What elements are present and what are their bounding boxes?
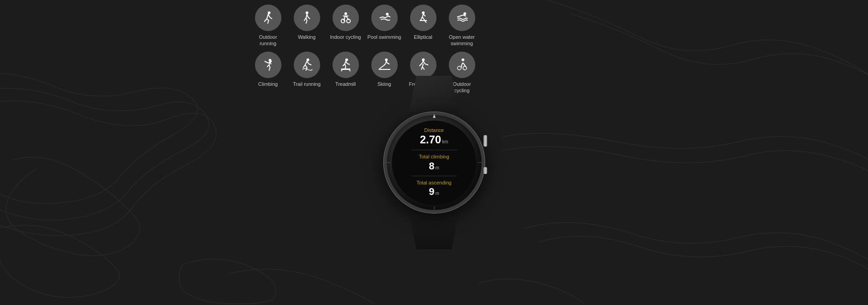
indoor-cycling-icon: [333, 5, 359, 31]
outdoor-cycling-icon: [449, 52, 475, 78]
activity-outdoor-running: Outdoor running: [251, 5, 285, 47]
activity-elliptical: Elliptical: [406, 5, 440, 40]
svg-line-15: [341, 70, 342, 71]
svg-point-4: [341, 19, 345, 23]
activity-pool-swimming: Pool swimming: [367, 5, 401, 40]
pool-swimming-label: Pool swimming: [368, 34, 401, 40]
watch-band-bottom: [409, 213, 459, 249]
climbing-label: Climbing: [258, 81, 278, 87]
open-water-swimming-label: Open water swimming: [445, 34, 479, 47]
svg-point-10: [463, 12, 466, 15]
activity-trail-running: Trail running: [290, 52, 324, 87]
elliptical-label: Elliptical: [414, 34, 432, 40]
svg-point-19: [462, 58, 464, 61]
treadmill-icon: [333, 52, 359, 78]
activity-treadmill: Treadmill: [328, 52, 363, 87]
svg-line-16: [349, 70, 350, 71]
elliptical-icon: [410, 5, 437, 31]
watch-band-top: [409, 76, 459, 112]
svg-point-21: [463, 66, 467, 70]
indoor-cycling-label: Indoor cycling: [330, 34, 361, 40]
activities-row-1: Outdoor running Walking: [251, 5, 479, 47]
pool-swimming-icon: [371, 5, 398, 31]
main-content: Outdoor running Walking: [0, 0, 868, 305]
trail-running-label: Trail running: [293, 81, 321, 87]
activity-open-water-swimming: Open water swimming: [445, 5, 479, 47]
svg-marker-26: [433, 114, 436, 118]
outdoor-running-icon: [255, 5, 281, 31]
watch-body: Distance 2.70 km Total climbing 8 m: [384, 112, 484, 213]
climbing-icon: [255, 52, 281, 78]
walking-label: Walking: [298, 34, 316, 40]
outdoor-running-label: Outdoor running: [251, 34, 285, 47]
svg-point-7: [386, 13, 389, 16]
svg-point-3: [344, 12, 347, 15]
activity-climbing: Climbing: [251, 52, 285, 87]
activity-walking: Walking: [290, 5, 324, 40]
open-water-swimming-icon: [449, 5, 475, 31]
walking-icon: [294, 5, 320, 31]
trail-running-icon: [294, 52, 320, 78]
activity-indoor-cycling: Indoor cycling: [328, 5, 363, 40]
svg-point-20: [457, 66, 461, 70]
svg-rect-14: [341, 68, 350, 70]
watch-container: Distance 2.70 km Total climbing 8 m: [375, 76, 494, 268]
skiing-icon: [371, 52, 398, 78]
free-training-icon: [410, 52, 437, 78]
treadmill-label: Treadmill: [335, 81, 356, 87]
